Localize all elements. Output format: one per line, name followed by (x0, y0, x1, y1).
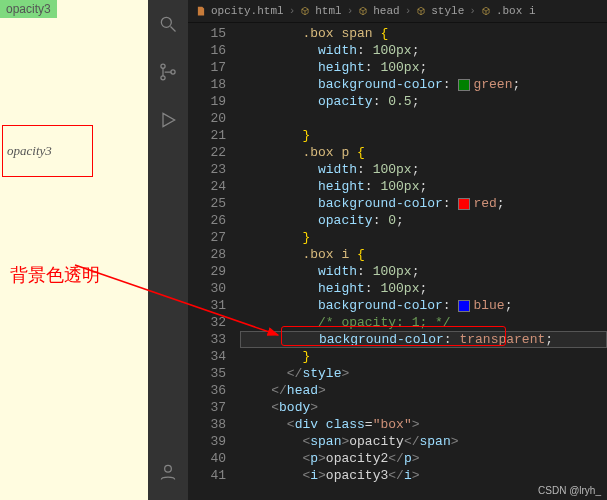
code-area[interactable]: 15 .box span {16 width: 100px;17 height:… (188, 23, 607, 484)
account-icon[interactable] (158, 462, 178, 486)
breadcrumbs[interactable]: opcity.html›html›head›style›.box i (188, 0, 607, 23)
svg-marker-5 (163, 113, 175, 126)
label-box: opacity3 (2, 125, 93, 177)
activity-bar (148, 0, 188, 500)
watermark: CSDN @lryh_ (538, 485, 601, 496)
label-text: opacity3 (7, 143, 52, 159)
svg-point-6 (165, 465, 172, 472)
opacity-badge: opacity3 (0, 0, 57, 18)
svg-line-1 (171, 27, 176, 32)
highlight-box (281, 326, 506, 346)
svg-point-2 (161, 64, 165, 68)
code-editor: opcity.html›html›head›style›.box i 15 .b… (148, 0, 607, 500)
svg-point-4 (171, 70, 175, 74)
source-control-icon[interactable] (158, 62, 178, 86)
run-icon[interactable] (158, 110, 178, 134)
preview-panel: opacity3 opacity3 背景色透明 (0, 0, 148, 500)
svg-point-0 (161, 17, 171, 27)
annotation-text: 背景色透明 (10, 263, 100, 287)
search-icon[interactable] (158, 14, 178, 38)
svg-point-3 (161, 76, 165, 80)
